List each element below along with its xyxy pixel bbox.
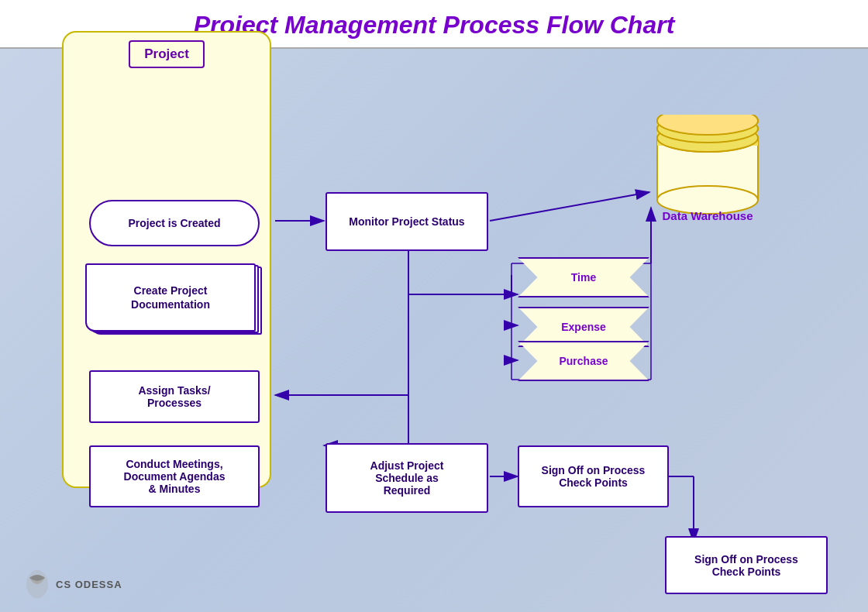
data-warehouse-shape: Data Warehouse — [649, 115, 766, 223]
adjust-schedule-shape: Adjust ProjectSchedule asRequired — [326, 443, 488, 513]
sign-off-1-label: Sign Off on ProcessCheck Points — [542, 464, 646, 489]
logo-text: CS ODESSA — [56, 579, 122, 590]
monitor-status-shape: Monitor Project Status — [326, 192, 488, 251]
create-docs-label: Create ProjectDocumentation — [131, 284, 210, 311]
create-docs-stack: Create ProjectDocumentation — [85, 263, 264, 341]
adjust-schedule-label: Adjust ProjectSchedule asRequired — [370, 459, 444, 497]
sign-off-2-shape: Sign Off on ProcessCheck Points — [665, 536, 828, 594]
purchase-shape: Purchase — [518, 341, 649, 381]
data-warehouse-svg — [649, 115, 766, 223]
sign-off-2-label: Sign Off on ProcessCheck Points — [694, 553, 798, 578]
sign-off-1-shape: Sign Off on ProcessCheck Points — [518, 445, 669, 507]
time-label: Time — [571, 271, 596, 284]
data-warehouse-label: Data Warehouse — [649, 208, 766, 224]
assign-tasks-label: Assign Tasks/Processes — [138, 384, 210, 409]
conduct-meetings-shape: Conduct Meetings,Document Agendas& Minut… — [89, 445, 260, 507]
monitor-status-label: Monitor Project Status — [349, 215, 464, 228]
time-shape: Time — [518, 257, 649, 297]
project-created-label: Project is Created — [128, 217, 220, 229]
lane-title-container: Project — [71, 40, 262, 68]
expense-label: Expense — [561, 321, 606, 333]
project-created-shape: Project is Created — [89, 200, 260, 246]
lane-title-text: Project — [144, 46, 189, 61]
conduct-meetings-label: Conduct Meetings,Document Agendas& Minut… — [124, 458, 226, 495]
logo-icon — [23, 570, 51, 598]
purchase-label: Purchase — [559, 355, 608, 367]
assign-tasks-shape: Assign Tasks/Processes — [89, 370, 260, 423]
svg-line-3 — [490, 192, 649, 221]
lane-title-box: Project — [129, 40, 205, 68]
logo: CS ODESSA — [23, 570, 122, 598]
